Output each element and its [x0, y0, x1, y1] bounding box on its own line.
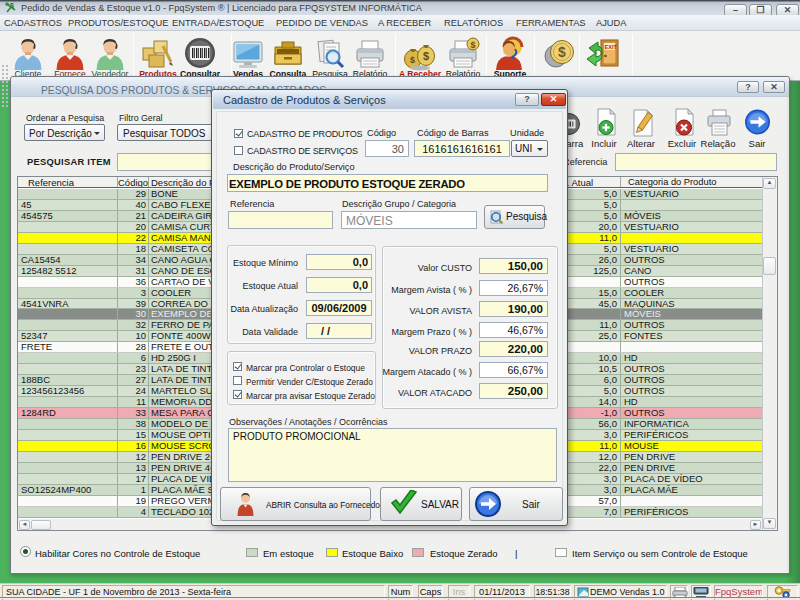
svg-text:$: $: [10, 2, 14, 10]
svg-text:$: $: [423, 50, 429, 62]
svg-text:$: $: [471, 40, 476, 50]
svg-text:$: $: [410, 55, 415, 65]
svg-text:$: $: [558, 44, 566, 60]
svg-text:EXIT: EXIT: [605, 44, 618, 50]
